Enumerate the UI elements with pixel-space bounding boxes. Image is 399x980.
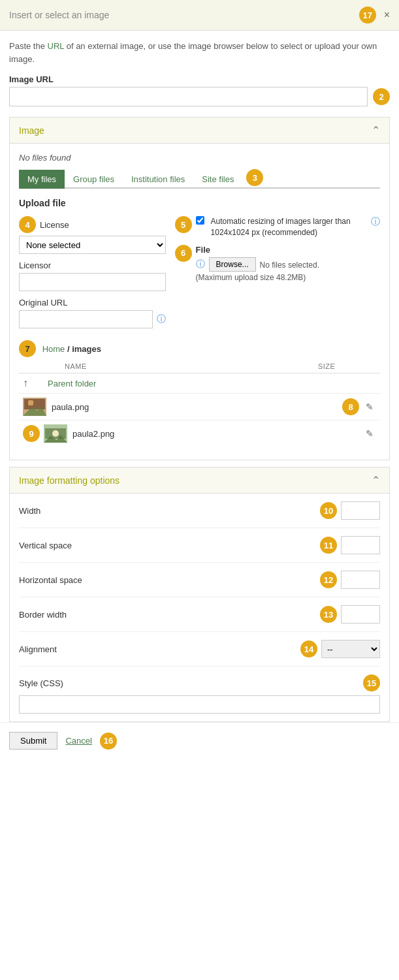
file-table: NAME SIZE ↑ Parent folder — [19, 360, 380, 447]
width-input-wrap: 10 — [320, 501, 380, 520]
alignment-row: Alignment 14 -- Left Center Right — [19, 632, 380, 667]
vspace-input-wrap: 11 — [320, 536, 380, 554]
dialog-title: Insert or select an image — [9, 10, 109, 20]
browse-button[interactable]: Browse... — [209, 257, 256, 272]
vspace-input[interactable] — [341, 536, 380, 554]
original-url-label: Original URL — [19, 298, 166, 308]
submit-button[interactable]: Submit — [9, 732, 57, 750]
file2-cell: 9 paula2.png — [19, 420, 273, 447]
upload-left: 4 License None selected Licensor Origina… — [19, 216, 166, 328]
license-select[interactable]: None selected — [19, 236, 166, 254]
file-badge: 6 — [175, 245, 192, 262]
file1-edit-button[interactable]: ✎ — [363, 400, 376, 413]
width-badge: 10 — [320, 502, 337, 519]
file2-edit-button[interactable]: ✎ — [363, 427, 376, 440]
file1-size-cell: 8 ✎ — [273, 394, 380, 420]
style-input[interactable] — [19, 695, 380, 714]
alignment-select[interactable]: -- Left Center Right — [321, 640, 380, 658]
auto-resize-info-icon[interactable]: ⓘ — [371, 216, 380, 228]
file2-thumb-svg — [44, 424, 67, 443]
image-url-row: 2 — [9, 87, 390, 106]
upload-grid: 4 License None selected Licensor Origina… — [19, 216, 380, 328]
file-tabs: My files Group files Institution files S… — [19, 169, 380, 189]
tab-site-files[interactable]: Site files — [193, 170, 242, 189]
file2-name-cell: 9 paula2.png — [23, 424, 269, 443]
width-input[interactable] — [341, 501, 380, 520]
file2-thumb — [44, 424, 67, 443]
image-section-header[interactable]: Image ⌃ — [10, 118, 389, 144]
licensor-input[interactable] — [19, 273, 166, 291]
hspace-input[interactable] — [341, 571, 380, 589]
border-badge: 13 — [320, 606, 337, 623]
auto-resize-row: 5 Automatic resizing of images larger th… — [175, 216, 380, 238]
format-panel: Image formatting options ⌃ Width 10 Vert… — [9, 467, 390, 722]
original-url-info-icon[interactable]: ⓘ — [157, 313, 166, 325]
vspace-label: Vertical space — [19, 541, 320, 550]
vspace-badge: 11 — [320, 537, 337, 554]
image-url-badge: 2 — [373, 88, 390, 105]
border-input-wrap: 13 — [320, 605, 380, 624]
parent-folder-cell: ↑ Parent folder — [19, 373, 273, 394]
style-label: Style (CSS) — [19, 678, 359, 688]
upload-right: 5 Automatic resizing of images larger th… — [175, 216, 380, 328]
max-upload-text: (Maximum upload size 48.2MB) — [196, 273, 319, 282]
no-files-text: No files found — [19, 153, 380, 163]
file1-badge: 8 — [342, 398, 359, 415]
image-url-input[interactable] — [9, 87, 368, 106]
table-row: ↑ Parent folder — [19, 373, 380, 394]
format-section-title: Image formatting options — [19, 475, 120, 486]
hspace-input-wrap: 12 — [320, 571, 380, 589]
table-row: 9 paula2.png — [19, 420, 380, 447]
image-url-label: Image URL — [9, 74, 390, 84]
table-row: paula.png 8 ✎ — [19, 394, 380, 420]
url-link[interactable]: URL — [48, 41, 65, 51]
image-section-body: No files found My files Group files Inst… — [10, 144, 389, 460]
border-row: Border width 13 — [19, 597, 380, 632]
header-badge: 17 — [359, 7, 376, 24]
hspace-label: Horizontal space — [19, 575, 320, 585]
style-row: Style (CSS) 15 — [19, 667, 380, 721]
border-input[interactable] — [341, 605, 380, 624]
cancel-button[interactable]: Cancel — [65, 736, 91, 746]
border-label: Border width — [19, 610, 320, 620]
licensor-label: Licensor — [19, 261, 166, 270]
header-badge-row: 17 × — [359, 7, 390, 24]
format-section-body: Width 10 Vertical space 11 Horizontal sp… — [10, 494, 389, 721]
parent-folder-link[interactable]: Parent folder — [48, 379, 96, 388]
image-panel: Image ⌃ No files found My files Group fi… — [9, 117, 390, 460]
width-row: Width 10 — [19, 494, 380, 528]
breadcrumb: 7 Home / images — [19, 340, 380, 357]
image-section-title: Image — [19, 125, 44, 136]
parent-folder-name: ↑ Parent folder — [23, 377, 269, 389]
alignment-label: Alignment — [19, 644, 300, 654]
col-size: SIZE — [273, 360, 380, 373]
vspace-row: Vertical space 11 — [19, 528, 380, 563]
auto-resize-checkbox[interactable] — [196, 216, 204, 225]
col-name: NAME — [19, 360, 273, 373]
file1-cell: paula.png — [19, 394, 273, 420]
file-section: File ⓘ Browse... No files selected. (Max… — [196, 245, 319, 282]
footer-badge: 16 — [100, 733, 117, 750]
breadcrumb-home-link[interactable]: Home — [42, 344, 65, 354]
file2-name: paula2.png — [72, 429, 114, 439]
image-chevron-icon: ⌃ — [372, 124, 380, 136]
alignment-input-wrap: 14 -- Left Center Right — [300, 640, 380, 658]
width-label: Width — [19, 506, 320, 516]
tab-my-files[interactable]: My files — [19, 170, 65, 189]
file-info-icon[interactable]: ⓘ — [196, 259, 205, 270]
hspace-row: Horizontal space 12 — [19, 563, 380, 597]
up-arrow-icon: ↑ — [23, 377, 28, 389]
image-url-section: Image URL 2 — [9, 74, 390, 106]
auto-resize-badge: 5 — [175, 216, 192, 233]
format-chevron-icon: ⌃ — [372, 474, 380, 486]
parent-folder-size — [273, 373, 380, 394]
footer: Submit Cancel 16 — [0, 722, 399, 759]
tab-institution-files[interactable]: Institution files — [123, 170, 193, 189]
tab-group-files[interactable]: Group files — [65, 170, 123, 189]
file1-thumb-svg — [23, 398, 46, 416]
format-section-header[interactable]: Image formatting options ⌃ — [10, 467, 389, 494]
breadcrumb-badge: 7 — [19, 340, 36, 357]
close-button[interactable]: × — [384, 9, 390, 21]
original-url-input[interactable] — [19, 310, 153, 328]
file-label: File — [196, 245, 319, 255]
